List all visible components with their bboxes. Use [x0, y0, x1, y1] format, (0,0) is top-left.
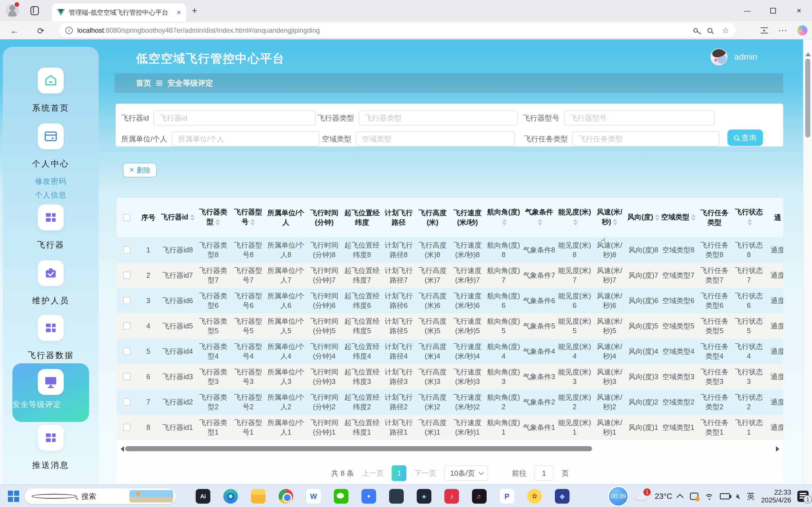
current-page-button[interactable]: 1: [392, 465, 406, 481]
favorites-bar-icon[interactable]: [761, 27, 768, 34]
taskbar-clock[interactable]: 22:33 2025/4/26: [761, 489, 791, 504]
table-row[interactable]: 5飞行器id4飞行器类型4飞行器型号4所属单位/个人4飞行时间(分钟)4起飞位置…: [117, 339, 783, 364]
taskbar-app-word-icon[interactable]: W: [306, 489, 321, 504]
sidebar-item-push-messages[interactable]: 推送消息: [3, 425, 99, 471]
select-all-checkbox[interactable]: [123, 214, 131, 221]
sort-icon[interactable]: [190, 212, 195, 223]
column-header[interactable]: 飞行状态: [732, 207, 765, 228]
sidebar-link-profile-info[interactable]: 个人信息: [3, 190, 99, 200]
sidebar-item-aircraft-data[interactable]: 飞行器数据: [3, 315, 99, 361]
search-field-input[interactable]: [172, 131, 319, 147]
goto-page-input[interactable]: [534, 466, 553, 481]
daily-highlight-icon[interactable]: [130, 490, 173, 503]
taskbar-search[interactable]: 搜索: [25, 489, 176, 504]
sort-icon[interactable]: [748, 217, 752, 228]
site-info-icon[interactable]: i: [65, 27, 73, 34]
search-field-input[interactable]: [572, 131, 719, 147]
table-row[interactable]: 1飞行器id8飞行器类型8飞行器型号8所属单位/个人8飞行时间(分钟)8起飞位置…: [117, 237, 783, 263]
sidebar-item-aircraft[interactable]: 飞行器: [3, 205, 99, 251]
sort-icon[interactable]: [573, 217, 578, 228]
table-row[interactable]: 4飞行器id5飞行器类型5飞行器型号5所属单位/个人5飞行时间(分钟)5起飞位置…: [117, 313, 783, 339]
column-header[interactable]: 空域类型: [660, 212, 696, 223]
tab-close-icon[interactable]: ×: [177, 8, 181, 17]
page-size-select[interactable]: 10条/页: [444, 466, 488, 481]
column-header[interactable]: 能见度(米): [557, 207, 593, 228]
scroll-left-icon[interactable]: [118, 446, 124, 452]
browser-menu-icon[interactable]: ⋯: [778, 25, 787, 36]
taskbar-app-app-navy-icon[interactable]: ◈: [417, 489, 432, 504]
sidebar-item-home[interactable]: 系统首页: [3, 68, 99, 114]
taskbar-app-ai-assistant-icon[interactable]: Ai: [196, 489, 210, 504]
window-maximize-button[interactable]: [760, 0, 786, 21]
avatar[interactable]: [711, 48, 727, 65]
sidebar-item-profile[interactable]: 个人中心 修改密码 个人信息: [3, 123, 99, 200]
input-language-indicator[interactable]: 英: [747, 491, 755, 502]
row-checkbox[interactable]: [123, 424, 131, 431]
sidebar-item-safety-rating[interactable]: 安全等级评定: [12, 363, 89, 422]
sort-icon[interactable]: [655, 212, 659, 223]
taskbar-app-file-explorer-icon[interactable]: [251, 489, 266, 504]
query-button[interactable]: 查询: [727, 129, 763, 146]
sort-icon[interactable]: [250, 217, 255, 228]
zoom-icon[interactable]: [707, 28, 712, 33]
horizontal-scrollbar[interactable]: [118, 446, 782, 452]
battery-icon[interactable]: [720, 493, 730, 499]
column-header[interactable]: 气象条件: [522, 207, 557, 228]
wifi-icon[interactable]: [705, 493, 714, 500]
row-checkbox[interactable]: [123, 348, 131, 355]
tab-actions-icon[interactable]: [31, 6, 39, 15]
search-field-input[interactable]: [153, 110, 316, 126]
search-field-input[interactable]: [564, 110, 715, 126]
vertical-scrollbar[interactable]: [803, 40, 812, 485]
taskbar-app-app-dark-icon[interactable]: [389, 489, 404, 504]
address-bar[interactable]: i localhost:8080/springboothoy487er/admi…: [59, 23, 736, 38]
vertical-scrollbar-thumb[interactable]: [805, 59, 810, 137]
column-header[interactable]: 飞行器id: [160, 212, 196, 223]
screen-rotate-icon[interactable]: [690, 493, 698, 500]
sort-icon[interactable]: [538, 217, 542, 228]
scroll-up-icon[interactable]: [805, 50, 811, 56]
prev-page-button[interactable]: 上一页: [362, 468, 384, 478]
taskbar-app-chrome-icon[interactable]: [278, 489, 293, 504]
row-checkbox[interactable]: [123, 373, 131, 380]
table-row[interactable]: 6飞行器id3飞行器类型3飞行器型号3所属单位/个人3飞行时间(分钟)3起飞位置…: [117, 364, 783, 389]
new-tab-button[interactable]: +: [192, 5, 197, 16]
column-header[interactable]: 航向角(度): [486, 207, 522, 228]
breadcrumb-home[interactable]: 首页: [136, 78, 151, 88]
row-checkbox[interactable]: [123, 398, 131, 406]
search-field-input[interactable]: [359, 110, 518, 126]
delete-button[interactable]: ✕ 删除: [123, 163, 157, 177]
row-checkbox[interactable]: [123, 246, 131, 253]
next-page-button[interactable]: 下一页: [414, 468, 436, 478]
taskbar-app-app-blue-icon[interactable]: ✦: [361, 489, 376, 504]
table-row[interactable]: 3飞行器id6飞行器类型6飞行器型号6所属单位/个人6飞行时间(分钟)6起飞位置…: [117, 288, 783, 313]
row-checkbox[interactable]: [123, 322, 131, 330]
sort-icon[interactable]: [613, 217, 617, 228]
window-minimize-button[interactable]: —: [734, 0, 760, 21]
taskbar-app-music-red-icon[interactable]: ♪: [444, 489, 459, 504]
taskbar-app-ppt-icon[interactable]: P: [500, 489, 514, 504]
taskbar-app-app-gem-icon[interactable]: ◆: [555, 489, 569, 504]
sort-icon[interactable]: [215, 217, 220, 228]
browser-tab[interactable]: 管理端-低空空域飞行管控中心平台 ×: [52, 3, 186, 21]
copilot-icon[interactable]: [797, 25, 808, 36]
password-key-icon[interactable]: [693, 28, 698, 33]
start-button[interactable]: [8, 491, 19, 502]
row-checkbox[interactable]: [123, 272, 131, 279]
column-header[interactable]: 飞行器类型: [196, 207, 231, 228]
sort-icon[interactable]: [502, 217, 507, 228]
search-field-input[interactable]: [356, 131, 515, 147]
sidebar-link-change-password[interactable]: 修改密码: [3, 176, 99, 186]
table-row[interactable]: 8飞行器id1飞行器类型1飞行器型号1所属单位/个人1飞行时间(分钟)1起飞位置…: [117, 414, 783, 440]
table-row[interactable]: 2飞行器id7飞行器类型7飞行器型号7所属单位/个人7飞行时间(分钟)7起飞位置…: [117, 263, 783, 288]
taskbar-app-video-dark-icon[interactable]: ♬: [472, 489, 487, 504]
notification-center-icon[interactable]: 1: [797, 491, 809, 502]
back-icon[interactable]: ←: [10, 26, 18, 36]
table-row[interactable]: 7飞行器id2飞行器类型2飞行器型号2所属单位/个人2飞行时间(分钟)2起飞位置…: [117, 389, 783, 414]
recording-timer[interactable]: 00:39: [608, 486, 629, 507]
taskbar-app-edge-icon[interactable]: [223, 489, 238, 504]
volume-muted-icon[interactable]: 🔇︎: [736, 492, 741, 501]
favorite-star-icon[interactable]: ☆: [722, 26, 729, 35]
sidebar-item-maintainers[interactable]: 维护人员: [3, 260, 99, 306]
horizontal-scrollbar-thumb[interactable]: [125, 446, 592, 451]
